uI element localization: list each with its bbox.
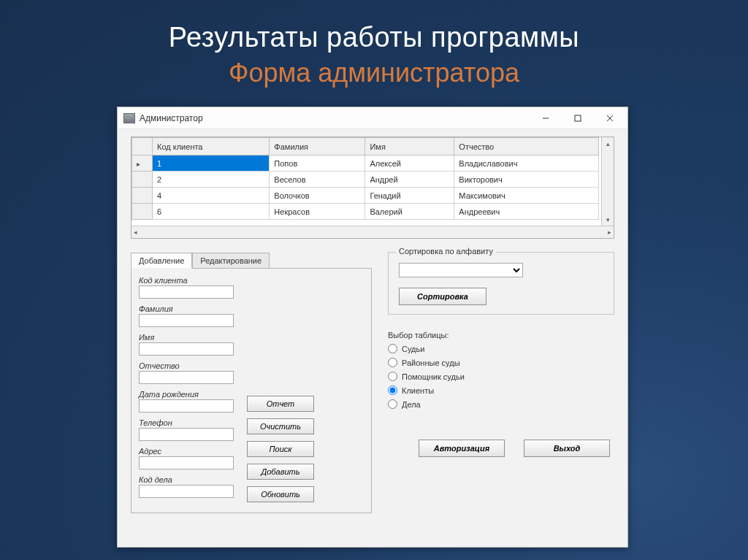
cell-lastname[interactable]: Веселов: [270, 172, 365, 188]
scroll-down-icon[interactable]: ▾: [602, 213, 614, 226]
grid-rowheader-col: [132, 138, 153, 156]
window-title: Администратор: [140, 113, 203, 123]
app-icon: [123, 113, 135, 123]
radio-label: Клиенты: [402, 386, 434, 395]
radio-item[interactable]: Районные суды: [388, 358, 614, 367]
row-indicator: [132, 172, 153, 188]
grid-horizontal-scrollbar[interactable]: ◂ ▸: [131, 226, 614, 238]
clear-button[interactable]: Очистить: [247, 418, 314, 434]
row-indicator: [132, 188, 153, 204]
radio-label: Дела: [402, 400, 421, 409]
input-firstname[interactable]: [139, 342, 234, 356]
cell-id[interactable]: 4: [153, 188, 270, 204]
add-button[interactable]: Добавить: [247, 464, 314, 480]
auth-button[interactable]: Авторизация: [419, 440, 505, 457]
cell-patronymic[interactable]: Андреевич: [454, 204, 599, 220]
cell-lastname[interactable]: Волочков: [270, 188, 365, 204]
scroll-right-icon[interactable]: ▸: [608, 229, 611, 236]
sort-groupbox: Сортировка по алфавиту Сортировка: [388, 252, 614, 315]
cell-firstname[interactable]: Андрей: [365, 172, 454, 188]
cell-patronymic[interactable]: Владиславович: [454, 156, 599, 172]
scroll-left-icon[interactable]: ◂: [134, 229, 137, 236]
radio-item[interactable]: Судьи: [388, 344, 614, 353]
maximize-button[interactable]: [562, 108, 594, 129]
cell-id[interactable]: 1: [153, 156, 270, 172]
admin-window: Администратор Код клиента Фамилия: [117, 107, 628, 548]
table-row[interactable]: 6НекрасовВалерийАндреевич: [132, 204, 599, 220]
report-button[interactable]: Отчет: [247, 396, 314, 412]
tab-add[interactable]: Добавление: [131, 253, 192, 269]
cell-lastname[interactable]: Некрасов: [270, 204, 365, 220]
cell-id[interactable]: 2: [153, 172, 270, 188]
scroll-up-icon[interactable]: ▴: [602, 137, 614, 150]
tab-edit[interactable]: Редактирование: [192, 253, 270, 269]
cell-patronymic[interactable]: Максимович: [454, 188, 599, 204]
radio-item[interactable]: Дела: [388, 399, 614, 409]
svg-rect-1: [575, 115, 581, 121]
radio-label: Судьи: [402, 345, 424, 353]
sort-button[interactable]: Сортировка: [399, 288, 486, 305]
slide-header: Результаты работы программы Форма админи…: [0, 0, 748, 88]
label-phone: Телефон: [139, 418, 234, 427]
radio-input[interactable]: [388, 386, 397, 395]
grid-col-id[interactable]: Код клиента: [153, 138, 270, 156]
cell-firstname[interactable]: Генадий: [365, 188, 454, 204]
input-lastname[interactable]: [139, 314, 234, 327]
radio-input[interactable]: [388, 344, 397, 353]
search-button[interactable]: Поиск: [247, 441, 314, 457]
row-indicator: [132, 156, 153, 172]
slide-title: Результаты работы программы: [0, 22, 748, 53]
table-select-label: Выбор таблицы:: [388, 331, 614, 340]
radio-item[interactable]: Помощник судьи: [388, 372, 614, 381]
label-case-code: Код дела: [139, 475, 234, 484]
cell-firstname[interactable]: Валерий: [365, 204, 454, 220]
sort-legend: Сортировка по алфавиту: [396, 247, 496, 256]
grid-col-firstname[interactable]: Имя: [365, 138, 454, 156]
input-phone[interactable]: [139, 428, 234, 441]
input-birthdate[interactable]: [139, 399, 234, 413]
label-firstname: Имя: [139, 333, 234, 342]
table-select-group: Выбор таблицы: СудьиРайонные судыПомощни…: [388, 331, 614, 409]
radio-input[interactable]: [388, 399, 397, 409]
table-row[interactable]: 1ПоповАлексейВладиславович: [132, 156, 599, 172]
table-row[interactable]: 4ВолочковГенадийМаксимович: [132, 188, 599, 204]
cell-id[interactable]: 6: [153, 204, 270, 220]
cell-firstname[interactable]: Алексей: [365, 156, 454, 172]
minimize-button[interactable]: [530, 108, 562, 129]
add-panel: Код клиента Фамилия Имя Отчество Дата ро…: [131, 268, 372, 513]
radio-item[interactable]: Клиенты: [388, 386, 614, 395]
radio-input[interactable]: [388, 372, 397, 381]
label-patronymic: Отчество: [139, 361, 234, 370]
cell-lastname[interactable]: Попов: [270, 156, 365, 172]
label-address: Адрес: [139, 447, 234, 456]
input-address[interactable]: [139, 456, 234, 469]
grid-vertical-scrollbar[interactable]: ▴ ▾: [601, 137, 614, 226]
update-button[interactable]: Обновить: [247, 486, 314, 502]
titlebar: Администратор: [118, 107, 627, 129]
input-patronymic[interactable]: [139, 371, 234, 384]
label-lastname: Фамилия: [139, 304, 234, 313]
close-button[interactable]: [594, 108, 626, 129]
table-row[interactable]: 2ВеселовАндрейВикторович: [132, 172, 599, 188]
label-client-code: Код клиента: [139, 276, 234, 285]
exit-button[interactable]: Выход: [524, 440, 610, 457]
radio-input[interactable]: [388, 358, 397, 367]
cell-patronymic[interactable]: Викторович: [454, 172, 599, 188]
radio-label: Районные суды: [402, 358, 460, 367]
row-indicator: [132, 204, 153, 220]
grid-col-patronymic[interactable]: Отчество: [454, 138, 599, 156]
radio-label: Помощник судьи: [402, 372, 465, 381]
input-client-code[interactable]: [139, 285, 234, 299]
sort-select[interactable]: [399, 263, 523, 277]
slide-subtitle: Форма администратора: [0, 58, 748, 88]
clients-grid[interactable]: Код клиента Фамилия Имя Отчество 1ПоповА…: [131, 137, 614, 239]
input-case-code[interactable]: [139, 485, 234, 498]
grid-col-lastname[interactable]: Фамилия: [270, 138, 365, 156]
label-birthdate: Дата рождения: [139, 390, 234, 399]
